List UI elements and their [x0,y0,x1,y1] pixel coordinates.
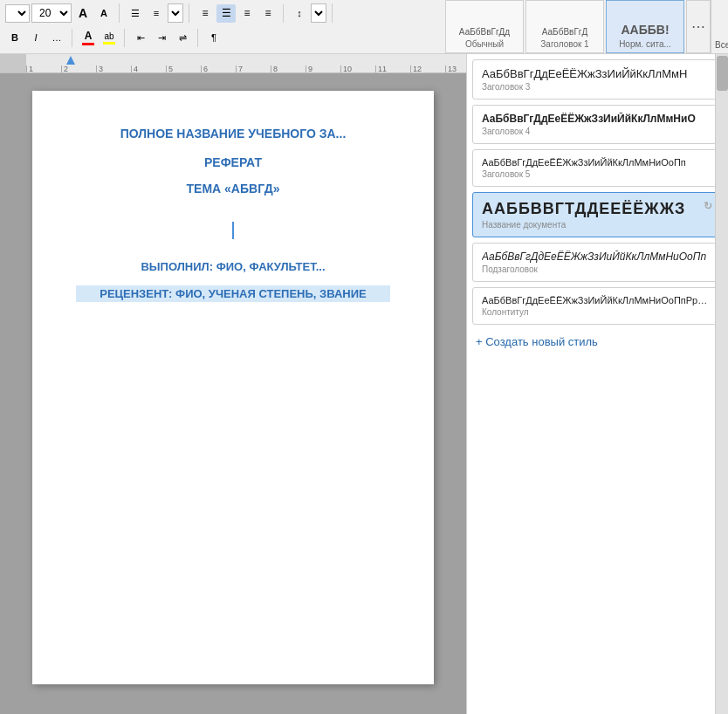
increase-indent-button[interactable]: ⇥ [152,29,171,47]
list-group: ☰ ≡ ▾ [126,3,189,23]
style-item-heading3[interactable]: АаБбВвГгДдЕеЁЁЖжЗзИиЙйКкЛлМмН Заголовок … [472,59,723,100]
bold-button[interactable]: B [5,29,24,47]
right-scrollbar[interactable] [715,54,728,714]
font-color-group: A ab [79,29,125,47]
ruler-mark-8: 8 [271,65,306,72]
more-format-button[interactable]: … [47,29,66,47]
doc-tema: ТЕМА «АБВГД» [76,182,390,196]
font-grow-button[interactable]: A [73,4,93,23]
style-kolontitul-label: Колонтитул [482,307,713,317]
spacing-options-select[interactable]: ▾ [311,3,326,23]
vse-label: Все [711,0,728,53]
font-style-select[interactable] [5,4,30,23]
style-item-subhead[interactable]: АаБбВвГгДдЕеЁЁЖжЗзИиЙйКкЛлМмНиОоПп Подза… [472,243,723,282]
highlight-color-button[interactable]: ab [100,29,119,47]
ruler-mark-13: 13 [445,65,466,72]
ruler-mark-9: 9 [306,65,340,72]
style-heading2-label: Норм. сита... [619,39,671,49]
ruler-mark-3: 3 [96,65,131,72]
indent-group: ⇤ ⇥ ⇌ [131,29,198,47]
style-subhead-preview: АаБбВвГгДдЕеЁЁЖжЗзИиЙйКкЛлМмНиОоПп [482,251,713,263]
ordered-list-button[interactable]: ≡ [147,4,166,23]
ruler-mark-5: 5 [166,65,201,72]
style-heading5-preview: АаБбВвГгДдЕеЁЁЖжЗзИиЙйКкЛлМмНиОоПп [482,157,713,168]
toolbar-row-1: 20 A A ☰ ≡ ▾ ≡ ☰ ≡ ≡ ↕ ▾ [5,2,452,24]
ruler-mark-2: 2 [61,65,96,72]
line-spacing-button[interactable]: ↕ [290,4,309,23]
ruler-mark-12: 12 [410,65,445,72]
ruler: 1 2 3 4 5 6 7 8 9 10 11 12 13 [0,54,466,73]
text-cursor [232,222,234,239]
style-heading2-preview: ААББВ! [621,23,669,38]
style-item-heading4[interactable]: АаБбВвГгДдЕеЁЁЖжЗзИиЙйКкЛлМмНиО Заголово… [472,105,723,144]
style-obychny-label: Обычный [465,39,504,49]
ruler-mark-6: 6 [201,65,236,72]
styles-top-row: АаБбВвГгДд Обычный АаБбВвГгД Заголовок 1… [445,0,728,54]
style-tab-heading2[interactable]: ААББВ! Норм. сита... [606,0,684,53]
style-docname-label: Название документа [482,220,713,230]
document-page[interactable]: ПОЛНОЕ НАЗВАНИЕ УЧЕБНОГО ЗА... РЕФЕРАТ Т… [32,91,434,684]
font-size-select[interactable]: 20 [31,3,72,23]
toolbar-row-2: B I … A ab ⇤ ⇥ ⇌ ¶ [5,26,452,49]
refresh-icon[interactable]: ↻ [704,200,713,212]
list-options-select[interactable]: ▾ [168,3,183,23]
pilcrow-button[interactable]: ¶ [204,29,223,47]
align-left-button[interactable]: ≡ [196,4,215,23]
align-justify-button[interactable]: ≡ [258,4,278,23]
toolbar: 20 A A ☰ ≡ ▾ ≡ ☰ ≡ ≡ ↕ ▾ B I … [0,0,457,54]
style-heading3-label: Заголовок 3 [482,82,713,92]
ruler-mark-10: 10 [340,65,375,72]
style-obychny-preview: АаБбВвГгДд [459,27,510,38]
doc-recen: РЕЦЕНЗЕНТ: ФИО, УЧЕНАЯ СТЕПЕНЬ, ЗВАНИЕ [76,285,390,302]
style-item-kolontitul[interactable]: АаБбВвГгДдЕеЁЁЖжЗзИиЙйКкЛлМмНиОоПпРрСсТр… [472,287,723,325]
format-group: B I … [5,29,72,47]
ruler-mark-7: 7 [236,65,271,72]
style-docname-preview: ААББВВГТДДЕЕЁЁЖЖЗ ↻ [482,200,713,218]
doc-referat: РЕФЕРАТ [76,155,390,169]
font-color-button[interactable]: A [79,29,98,47]
styles-dropdown: АаБбВвГгДдЕеЁЁЖжЗзИиЙйКкЛлМмН Заголовок … [466,54,728,714]
style-heading1-preview: АаБбВвГгД [542,27,587,38]
doc-title: ПОЛНОЕ НАЗВАНИЕ УЧЕБНОГО ЗА... [76,126,390,141]
font-shrink-button[interactable]: A [94,4,113,23]
ruler-mark-1: 1 [26,65,61,72]
style-heading4-preview: АаБбВвГгДдЕеЁЁЖжЗзИиЙйКкЛлМмНиО [482,113,713,125]
spacing-group: ↕ ▾ [290,3,333,23]
styles-more-button[interactable]: ⋯ [686,0,711,53]
style-tab-heading1[interactable]: АаБбВвГгД Заголовок 1 [525,0,604,53]
scrollbar-thumb [717,56,728,91]
ruler-mark-4: 4 [131,65,166,72]
document-area: ПОЛНОЕ НАЗВАНИЕ УЧЕБНОГО ЗА... РЕФЕРАТ Т… [0,73,466,714]
font-group: 20 A A [5,3,120,23]
create-style-button[interactable]: + Создать новый стиль [472,330,723,354]
align-center-button[interactable]: ☰ [216,4,236,23]
style-heading5-label: Заголовок 5 [482,169,713,179]
align-right-button[interactable]: ≡ [237,4,257,23]
ruler-mark-11: 11 [375,65,410,72]
unordered-list-button[interactable]: ☰ [126,4,145,23]
align-group: ≡ ☰ ≡ ≡ [196,4,284,23]
style-tab-obychny[interactable]: АаБбВвГгДд Обычный [445,0,524,53]
document-content: ПОЛНОЕ НАЗВАНИЕ УЧЕБНОГО ЗА... РЕФЕРАТ Т… [76,126,390,302]
style-item-heading5[interactable]: АаБбВвГгДдЕеЁЁЖжЗзИиЙйКкЛлМмНиОоПп Загол… [472,149,723,187]
indent-options-button[interactable]: ⇌ [173,29,192,47]
style-heading3-preview: АаБбВвГгДдЕеЁЁЖжЗзИиЙйКкЛлМмН [482,67,713,80]
style-item-docname[interactable]: ААББВВГТДДЕЕЁЁЖЖЗ ↻ Название документа [472,192,723,237]
doc-vipol: ВЫПОЛНИЛ: ФИО, ФАКУЛЬТЕТ... [76,260,390,273]
style-subhead-label: Подзаголовок [482,264,713,274]
italic-button[interactable]: I [26,29,45,47]
style-heading1-label: Заголовок 1 [540,39,588,49]
decrease-indent-button[interactable]: ⇤ [131,29,150,47]
style-heading4-label: Заголовок 4 [482,127,713,136]
style-kolontitul-preview: АаБбВвГгДдЕеЁЁЖжЗзИиЙйКкЛлМмНиОоПпРрСсТр… [482,295,713,306]
